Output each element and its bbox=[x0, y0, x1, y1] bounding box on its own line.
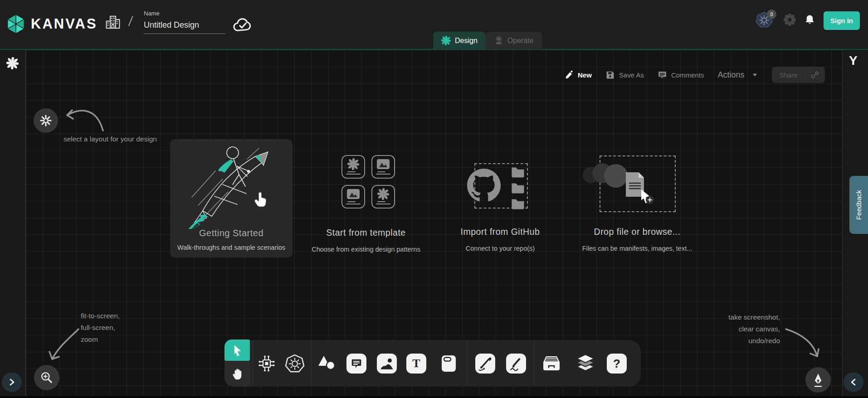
comment-tool-button[interactable] bbox=[346, 353, 367, 374]
new-design-button[interactable]: New bbox=[565, 70, 592, 79]
mode-tabs: Design Operate bbox=[433, 32, 542, 49]
share-button[interactable]: Share bbox=[772, 67, 825, 83]
folder-icon bbox=[511, 198, 525, 209]
note-tool-button[interactable] bbox=[439, 353, 459, 374]
left-dock-strip bbox=[0, 50, 26, 396]
template-tile-image-icon bbox=[341, 185, 365, 209]
layout-hint-text: select a layout for your design bbox=[63, 135, 157, 143]
chevron-left-icon bbox=[848, 377, 859, 388]
feedback-tab[interactable]: Feedback bbox=[849, 176, 868, 234]
kubernetes-tool-button[interactable] bbox=[284, 353, 305, 374]
pan-tool-button[interactable] bbox=[224, 362, 250, 386]
layers-icon bbox=[575, 354, 595, 374]
template-tiles bbox=[341, 155, 395, 209]
folder-icon bbox=[511, 182, 525, 194]
comments-label: Comments bbox=[671, 71, 704, 79]
cloud-saved-icon bbox=[232, 16, 253, 34]
toolbar-divider bbox=[534, 342, 534, 385]
expand-right-panel-button[interactable] bbox=[844, 372, 863, 392]
zoom-hint-text: fit-to-screen, full-screen, zoom bbox=[81, 310, 120, 345]
cursor-arrow-icon bbox=[229, 343, 245, 358]
sketch-tools-button[interactable] bbox=[805, 367, 831, 393]
layout-hint-arrow bbox=[60, 101, 110, 137]
select-tool-button[interactable] bbox=[224, 340, 250, 361]
help-tool-button[interactable]: ? bbox=[606, 353, 627, 374]
card-title: Getting Started bbox=[170, 228, 293, 238]
pen-path-tool-button[interactable] bbox=[475, 353, 496, 374]
note-icon bbox=[439, 354, 459, 374]
card-title: Drop file or browse... bbox=[580, 227, 694, 237]
feedback-label: Feedback bbox=[855, 190, 863, 220]
drawer-tool-button[interactable] bbox=[541, 353, 562, 374]
organization-icon[interactable] bbox=[105, 13, 121, 34]
settings-gear-icon[interactable] bbox=[784, 14, 796, 28]
share-label: Share bbox=[772, 71, 805, 79]
folder-icon bbox=[511, 166, 525, 178]
expand-left-panel-button[interactable] bbox=[2, 372, 22, 392]
image-tool-button[interactable] bbox=[376, 353, 397, 374]
template-tile-spiral-icon bbox=[341, 155, 365, 179]
save-as-label: Save As bbox=[619, 71, 644, 79]
design-spiral-icon bbox=[441, 36, 451, 45]
card-subtitle: Files can be manifests, images, text... bbox=[564, 245, 711, 252]
question-mark-icon: ? bbox=[613, 358, 620, 369]
image-icon bbox=[378, 354, 396, 373]
card-subtitle: Connect to your repo(s) bbox=[421, 245, 580, 252]
layout-selector-button[interactable] bbox=[34, 108, 58, 133]
chevron-down-icon bbox=[751, 72, 758, 78]
pencil-icon bbox=[565, 70, 574, 79]
brand-name: KANVAS bbox=[31, 16, 98, 32]
tab-operate[interactable]: Operate bbox=[486, 32, 542, 49]
hand-pointer-cursor bbox=[253, 190, 269, 208]
text-T-icon: T bbox=[412, 358, 420, 369]
zoom-hint-arrow bbox=[43, 323, 86, 364]
layers-tool-button[interactable] bbox=[575, 353, 596, 374]
toolbar-divider bbox=[311, 342, 312, 385]
bottom-edge-bar bbox=[0, 396, 868, 398]
actions-dropdown[interactable]: Actions bbox=[717, 70, 758, 80]
start-from-template-card[interactable]: Start from template Choose from existing… bbox=[305, 150, 427, 254]
pen-path-icon bbox=[476, 354, 494, 373]
getting-started-card[interactable]: Getting Started Walk-throughs and sample… bbox=[170, 139, 293, 257]
toolbar-divider bbox=[253, 342, 253, 385]
chip-components-icon bbox=[257, 354, 277, 374]
design-name-group: Name bbox=[144, 10, 225, 34]
zoom-controls-button[interactable] bbox=[34, 365, 59, 390]
share-link-icon bbox=[805, 70, 825, 80]
github-folders bbox=[511, 166, 525, 209]
toolbar-divider bbox=[467, 342, 468, 385]
rocket-illustration bbox=[179, 143, 283, 229]
screenshot-hint-arrow bbox=[783, 324, 826, 364]
tab-design[interactable]: Design bbox=[433, 32, 486, 49]
drawer-archive-icon bbox=[541, 354, 561, 374]
magnifier-plus-icon bbox=[39, 369, 55, 386]
shapes-tool-button[interactable] bbox=[317, 353, 337, 374]
comment-icon bbox=[351, 358, 362, 369]
operate-person-icon bbox=[494, 36, 503, 45]
notifications-bell-icon[interactable] bbox=[804, 14, 815, 27]
breadcrumb-separator: / bbox=[128, 14, 134, 29]
hand-icon bbox=[229, 366, 245, 382]
text-tool-button[interactable]: T bbox=[406, 353, 427, 374]
meshery-spiral-icon[interactable] bbox=[6, 57, 19, 71]
drop-file-card[interactable]: Drop file or browse... Files can be mani… bbox=[580, 150, 694, 254]
kubernetes-connections-button[interactable]: 0 bbox=[756, 11, 775, 29]
pencil-draw-icon bbox=[507, 354, 525, 373]
sign-in-button[interactable]: Sign In bbox=[824, 11, 860, 30]
comments-button[interactable]: Comments bbox=[658, 70, 704, 80]
pointer-tools-column bbox=[224, 340, 250, 387]
y-panel-icon[interactable]: Y bbox=[849, 53, 858, 68]
kubernetes-wheel-icon bbox=[285, 354, 305, 374]
template-tile-spiral-icon bbox=[371, 185, 395, 209]
chevron-right-icon bbox=[6, 377, 17, 388]
canvas-action-toolbar: New Save As Comments Actions Share bbox=[565, 66, 825, 83]
components-tool-button[interactable] bbox=[256, 353, 277, 374]
design-name-input[interactable] bbox=[144, 19, 225, 34]
tab-operate-label: Operate bbox=[507, 37, 534, 45]
import-from-github-card[interactable]: Import from GitHub Connect to your repo(… bbox=[439, 150, 561, 254]
save-as-button[interactable]: Save As bbox=[605, 70, 644, 80]
card-title: Start from template bbox=[305, 228, 427, 238]
brand-logo[interactable]: KANVAS bbox=[5, 14, 98, 34]
freehand-draw-tool-button[interactable] bbox=[506, 353, 527, 374]
actions-label: Actions bbox=[717, 70, 744, 80]
